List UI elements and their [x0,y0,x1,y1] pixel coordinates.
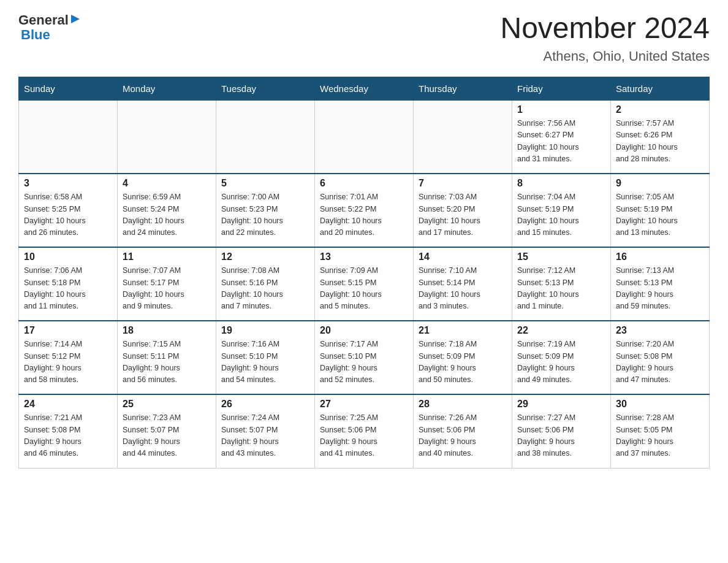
day-info: Sunrise: 7:56 AM Sunset: 6:27 PM Dayligh… [517,118,605,166]
calendar-cell: 8Sunrise: 7:04 AM Sunset: 5:19 PM Daylig… [512,174,611,247]
day-info: Sunrise: 7:28 AM Sunset: 5:05 PM Dayligh… [616,412,704,460]
calendar-cell: 22Sunrise: 7:19 AM Sunset: 5:09 PM Dayli… [512,321,611,394]
day-number: 11 [123,251,211,262]
day-number: 29 [517,399,605,410]
day-info: Sunrise: 7:23 AM Sunset: 5:07 PM Dayligh… [123,412,211,460]
day-number: 21 [419,325,507,336]
calendar-cell: 4Sunrise: 6:59 AM Sunset: 5:24 PM Daylig… [118,174,216,247]
day-number: 13 [320,251,408,262]
calendar-cell: 5Sunrise: 7:00 AM Sunset: 5:23 PM Daylig… [216,174,315,247]
calendar-cell [19,100,118,174]
calendar-cell: 24Sunrise: 7:21 AM Sunset: 5:08 PM Dayli… [19,394,118,468]
day-info: Sunrise: 7:20 AM Sunset: 5:08 PM Dayligh… [616,339,704,386]
calendar-cell: 3Sunrise: 6:58 AM Sunset: 5:25 PM Daylig… [19,174,118,247]
day-number: 14 [419,251,507,262]
calendar-cell: 21Sunrise: 7:18 AM Sunset: 5:09 PM Dayli… [414,321,512,394]
day-info: Sunrise: 7:15 AM Sunset: 5:11 PM Dayligh… [123,339,211,386]
calendar-cell: 10Sunrise: 7:06 AM Sunset: 5:18 PM Dayli… [19,247,118,321]
logo-general: General [18,12,69,28]
title-area: November 2024 Athens, Ohio, United State… [500,12,710,64]
day-number: 22 [517,325,605,336]
calendar-cell: 12Sunrise: 7:08 AM Sunset: 5:16 PM Dayli… [216,247,315,321]
weekday-header-saturday: Saturday [611,77,710,100]
calendar-week-row: 1Sunrise: 7:56 AM Sunset: 6:27 PM Daylig… [19,100,710,174]
day-number: 4 [123,178,211,189]
weekday-header-monday: Monday [118,77,216,100]
day-info: Sunrise: 7:21 AM Sunset: 5:08 PM Dayligh… [24,412,112,460]
weekday-header-tuesday: Tuesday [216,77,315,100]
day-number: 28 [419,399,507,410]
logo: General Blue [18,12,81,43]
calendar-cell: 19Sunrise: 7:16 AM Sunset: 5:10 PM Dayli… [216,321,315,394]
day-number: 7 [419,178,507,189]
day-info: Sunrise: 7:17 AM Sunset: 5:10 PM Dayligh… [320,339,408,386]
day-info: Sunrise: 7:14 AM Sunset: 5:12 PM Dayligh… [24,339,112,386]
day-number: 17 [24,325,112,336]
calendar-cell [216,100,315,174]
calendar-subtitle: Athens, Ohio, United States [500,48,710,64]
calendar-cell: 25Sunrise: 7:23 AM Sunset: 5:07 PM Dayli… [118,394,216,468]
calendar-cell: 23Sunrise: 7:20 AM Sunset: 5:08 PM Dayli… [611,321,710,394]
calendar-cell: 9Sunrise: 7:05 AM Sunset: 5:19 PM Daylig… [611,174,710,247]
day-info: Sunrise: 7:06 AM Sunset: 5:18 PM Dayligh… [24,265,112,313]
calendar-cell: 18Sunrise: 7:15 AM Sunset: 5:11 PM Dayli… [118,321,216,394]
day-info: Sunrise: 7:13 AM Sunset: 5:13 PM Dayligh… [616,265,704,313]
calendar-cell: 2Sunrise: 7:57 AM Sunset: 6:26 PM Daylig… [611,100,710,174]
day-number: 9 [616,178,704,189]
calendar-cell: 20Sunrise: 7:17 AM Sunset: 5:10 PM Dayli… [315,321,414,394]
day-info: Sunrise: 7:26 AM Sunset: 5:06 PM Dayligh… [419,412,507,460]
day-number: 16 [616,251,704,262]
calendar-cell: 17Sunrise: 7:14 AM Sunset: 5:12 PM Dayli… [19,321,118,394]
calendar-cell [315,100,414,174]
calendar-cell: 29Sunrise: 7:27 AM Sunset: 5:06 PM Dayli… [512,394,611,468]
day-number: 20 [320,325,408,336]
calendar-cell: 7Sunrise: 7:03 AM Sunset: 5:20 PM Daylig… [414,174,512,247]
day-info: Sunrise: 7:07 AM Sunset: 5:17 PM Dayligh… [123,265,211,313]
calendar-cell: 1Sunrise: 7:56 AM Sunset: 6:27 PM Daylig… [512,100,611,174]
day-number: 2 [616,104,704,115]
logo-blue: Blue [21,27,50,43]
day-info: Sunrise: 7:10 AM Sunset: 5:14 PM Dayligh… [419,265,507,313]
day-number: 25 [123,399,211,410]
calendar-week-row: 24Sunrise: 7:21 AM Sunset: 5:08 PM Dayli… [19,394,710,468]
day-number: 5 [221,178,309,189]
calendar-week-row: 10Sunrise: 7:06 AM Sunset: 5:18 PM Dayli… [19,247,710,321]
day-info: Sunrise: 7:19 AM Sunset: 5:09 PM Dayligh… [517,339,605,386]
weekday-header-sunday: Sunday [19,77,118,100]
day-info: Sunrise: 7:24 AM Sunset: 5:07 PM Dayligh… [221,412,309,460]
weekday-header-thursday: Thursday [414,77,512,100]
day-number: 23 [616,325,704,336]
day-info: Sunrise: 7:01 AM Sunset: 5:22 PM Dayligh… [320,191,408,239]
day-info: Sunrise: 7:03 AM Sunset: 5:20 PM Dayligh… [419,191,507,239]
calendar-week-row: 17Sunrise: 7:14 AM Sunset: 5:12 PM Dayli… [19,321,710,394]
calendar-cell: 14Sunrise: 7:10 AM Sunset: 5:14 PM Dayli… [414,247,512,321]
calendar-cell [414,100,512,174]
day-number: 6 [320,178,408,189]
calendar-week-row: 3Sunrise: 6:58 AM Sunset: 5:25 PM Daylig… [19,174,710,247]
svg-marker-0 [71,15,80,23]
day-number: 18 [123,325,211,336]
calendar-cell: 26Sunrise: 7:24 AM Sunset: 5:07 PM Dayli… [216,394,315,468]
logo-arrow-icon [70,13,81,25]
calendar-cell: 15Sunrise: 7:12 AM Sunset: 5:13 PM Dayli… [512,247,611,321]
weekday-header-wednesday: Wednesday [315,77,414,100]
day-info: Sunrise: 7:00 AM Sunset: 5:23 PM Dayligh… [221,191,309,239]
day-number: 30 [616,399,704,410]
day-number: 26 [221,399,309,410]
day-number: 24 [24,399,112,410]
calendar-cell: 11Sunrise: 7:07 AM Sunset: 5:17 PM Dayli… [118,247,216,321]
calendar-title: November 2024 [500,12,710,45]
weekday-header-friday: Friday [512,77,611,100]
weekday-header-row: SundayMondayTuesdayWednesdayThursdayFrid… [19,77,710,100]
day-info: Sunrise: 7:57 AM Sunset: 6:26 PM Dayligh… [616,118,704,166]
day-info: Sunrise: 6:58 AM Sunset: 5:25 PM Dayligh… [24,191,112,239]
calendar-cell: 16Sunrise: 7:13 AM Sunset: 5:13 PM Dayli… [611,247,710,321]
calendar-cell [118,100,216,174]
calendar-table: SundayMondayTuesdayWednesdayThursdayFrid… [18,77,710,469]
calendar-cell: 28Sunrise: 7:26 AM Sunset: 5:06 PM Dayli… [414,394,512,468]
day-info: Sunrise: 7:09 AM Sunset: 5:15 PM Dayligh… [320,265,408,313]
day-info: Sunrise: 6:59 AM Sunset: 5:24 PM Dayligh… [123,191,211,239]
day-number: 3 [24,178,112,189]
day-info: Sunrise: 7:25 AM Sunset: 5:06 PM Dayligh… [320,412,408,460]
calendar-cell: 6Sunrise: 7:01 AM Sunset: 5:22 PM Daylig… [315,174,414,247]
